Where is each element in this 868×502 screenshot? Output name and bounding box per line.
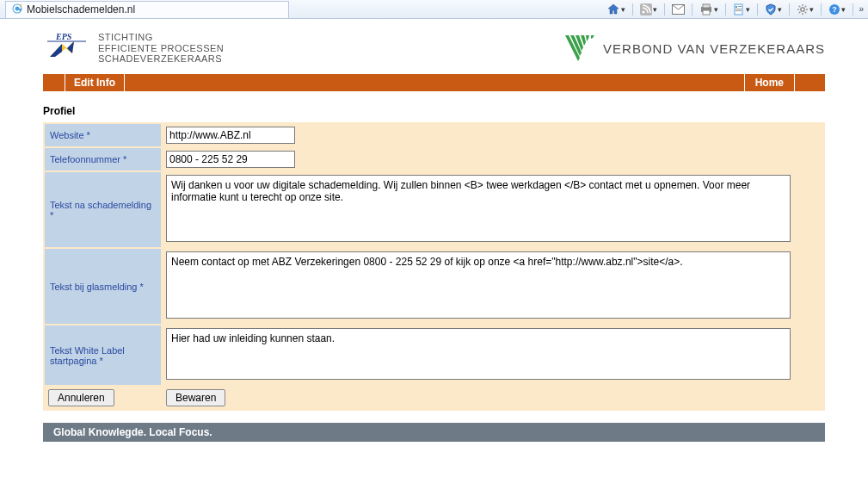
profile-form: Website * Telefoonnummer * Tekst na scha… xyxy=(43,122,825,411)
footer-text: Global Knowlegde. Local Focus. xyxy=(53,426,212,438)
nav-spacer xyxy=(43,74,65,91)
svg-marker-27 xyxy=(50,44,62,57)
svg-rect-9 xyxy=(738,6,742,7)
nav-home[interactable]: Home xyxy=(744,74,794,91)
svg-line-18 xyxy=(805,11,806,12)
feeds-icon[interactable]: ▾ xyxy=(638,2,659,17)
svg-line-17 xyxy=(799,5,800,6)
eps-logo-icon: EPS xyxy=(43,31,91,65)
svg-text:EPS: EPS xyxy=(55,32,72,41)
logo-eps: EPS STICHTING EFFICIENTE PROCESSEN SCHAD… xyxy=(43,31,224,65)
label-phone: Telefoonnummer * xyxy=(45,148,161,170)
svg-rect-6 xyxy=(703,10,710,15)
label-text-glass: Tekst bij glasmelding * xyxy=(45,249,161,324)
eps-line2: EFFICIENTE PROCESSEN xyxy=(98,43,224,54)
page-body: EPS STICHTING EFFICIENTE PROCESSEN SCHAD… xyxy=(0,19,868,442)
phone-input[interactable] xyxy=(166,151,295,168)
logo-verbond: VERBOND VAN VERZEKERAARS xyxy=(565,35,825,61)
svg-rect-8 xyxy=(736,6,737,8)
nav-edit-info[interactable]: Edit Info xyxy=(65,74,125,91)
svg-rect-5 xyxy=(703,4,710,8)
svg-marker-28 xyxy=(67,41,74,53)
tab-title: Mobielschademelden.nl xyxy=(27,3,135,15)
svg-marker-34 xyxy=(591,35,594,39)
verbond-title: VERBOND VAN VERZEKERAARS xyxy=(603,41,825,56)
svg-marker-33 xyxy=(586,35,589,41)
text-after-input[interactable] xyxy=(166,175,791,242)
svg-text:?: ? xyxy=(833,5,838,14)
page-icon[interactable]: ▾ xyxy=(731,2,752,17)
footer-bar: Global Knowlegde. Local Focus. xyxy=(43,423,825,442)
cancel-button[interactable]: Annuleren xyxy=(48,389,114,406)
website-input[interactable] xyxy=(166,127,295,144)
save-button[interactable]: Bewaren xyxy=(166,389,225,406)
svg-line-20 xyxy=(799,11,800,12)
svg-point-2 xyxy=(643,10,645,13)
browser-chrome: Mobielschademelden.nl ▾ ▾ ▾ ▾ ▾ xyxy=(0,0,868,19)
verbond-logo-icon xyxy=(565,35,594,61)
text-glass-input[interactable] xyxy=(166,251,791,319)
text-whitelabel-input[interactable] xyxy=(166,328,791,380)
print-icon[interactable]: ▾ xyxy=(698,2,720,17)
help-icon[interactable]: ? ▾ xyxy=(827,2,847,17)
safety-icon[interactable]: ▾ xyxy=(763,2,784,17)
navbar: Edit Info Home xyxy=(43,74,825,91)
svg-rect-10 xyxy=(736,9,742,9)
toolbar: ▾ ▾ ▾ ▾ ▾ ▾ ? xyxy=(605,2,863,17)
home-icon[interactable]: ▾ xyxy=(605,2,627,17)
tools-icon[interactable]: ▾ xyxy=(795,2,816,17)
eps-line3: SCHADEVERZEKERAARS xyxy=(98,53,224,65)
eps-line1: STICHTING xyxy=(98,32,224,43)
nav-spacer xyxy=(794,74,825,91)
page-header: EPS STICHTING EFFICIENTE PROCESSEN SCHAD… xyxy=(43,26,825,74)
label-text-after: Tekst na schademelding * xyxy=(45,172,161,247)
overflow-icon[interactable]: » xyxy=(859,4,863,14)
label-text-whitelabel: Tekst White Label startpagina * xyxy=(45,325,161,385)
ie-icon xyxy=(11,3,23,17)
browser-tab[interactable]: Mobielschademelden.nl xyxy=(5,1,289,18)
svg-line-19 xyxy=(805,5,806,6)
mail-icon[interactable] xyxy=(670,2,686,17)
svg-point-21 xyxy=(802,8,803,9)
svg-rect-11 xyxy=(736,10,742,11)
label-website: Website * xyxy=(45,124,161,146)
section-title: Profiel xyxy=(43,105,825,117)
